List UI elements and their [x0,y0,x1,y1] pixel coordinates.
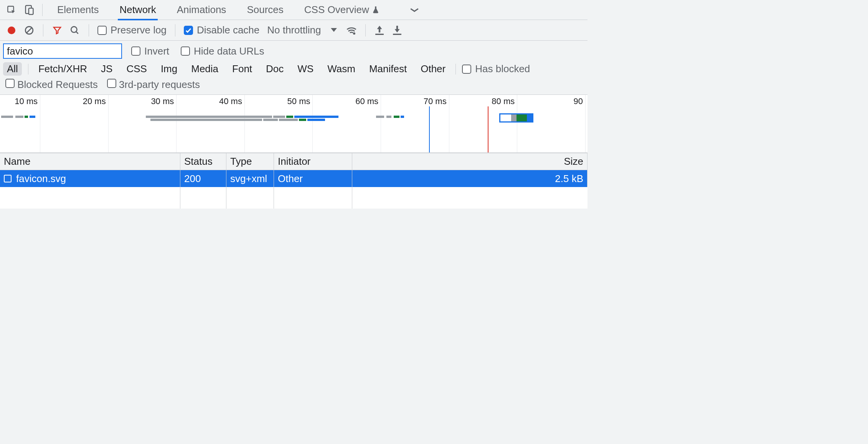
cell-size: 2.5 kB [352,170,587,187]
col-initiator-header[interactable]: Initiator [274,153,352,170]
tab-css-overview-label: CSS Overview [304,4,369,16]
timeline-tick-label: 40 ms [219,96,244,106]
inspect-element-icon[interactable] [4,2,19,18]
record-button[interactable] [4,23,19,38]
timeline-bar [25,116,28,118]
hide-data-urls-checkbox[interactable]: Hide data URLs [178,45,267,57]
filter-js[interactable]: JS [97,62,116,76]
search-icon[interactable] [67,23,83,38]
col-size-header[interactable]: Size [352,153,587,170]
tab-elements[interactable]: Elements [48,0,108,20]
main-tabs-bar: Elements Network Animations Sources CSS … [0,0,587,20]
col-status-header[interactable]: Status [180,153,226,170]
filter-font[interactable]: Font [228,62,256,76]
divider [89,24,89,36]
filter-ws[interactable]: WS [294,62,317,76]
filter-other[interactable]: Other [417,62,449,76]
dom-content-loaded-marker [429,106,430,152]
timeline-bar [294,116,338,118]
svg-point-5 [71,27,77,32]
export-har-icon[interactable] [389,23,405,38]
timeline-bar [263,119,278,121]
cell-type: svg+xml [226,170,274,187]
network-toolbar: Preserve log Disable cache No throttling [0,20,587,41]
filter-input[interactable]: ✕ [3,43,122,59]
divider [28,64,28,75]
timeline-tick-label: 50 ms [287,96,313,106]
timeline-tick-label: 90 [573,96,585,106]
svg-line-6 [76,31,78,33]
divider [42,4,43,16]
cell-status: 200 [180,170,226,187]
timeline-bar [1,116,13,118]
more-tabs-icon[interactable] [407,2,422,18]
divider [43,24,43,36]
timeline-bar [279,119,298,121]
throttling-select[interactable]: No throttling [264,24,324,36]
preserve-log-label: Preserve log [111,24,167,36]
timeline-tick-label: 20 ms [83,96,108,106]
timeline-bar [150,119,262,121]
third-party-checkbox[interactable]: 3rd-party requests [107,79,200,91]
timeline-tick-label: 30 ms [151,96,176,106]
cell-initiator: Other [274,170,352,187]
checkbox-checked-icon [184,26,193,35]
svg-point-8 [353,32,356,35]
disable-cache-checkbox[interactable]: Disable cache [182,24,262,36]
checkbox-icon [5,79,15,88]
checkbox-icon [107,79,116,88]
timeline-tick-label: 80 ms [492,96,517,106]
tab-animations[interactable]: Animations [168,0,236,20]
filter-fetch-xhr[interactable]: Fetch/XHR [35,62,91,76]
timeline-bar [273,116,285,118]
tab-sources[interactable]: Sources [238,0,292,20]
col-name-header[interactable]: Name [0,153,180,170]
load-event-marker [488,106,488,152]
blocked-requests-checkbox[interactable]: Blocked Requests [5,79,98,91]
svg-line-4 [26,27,32,33]
svg-rect-9 [376,33,384,35]
timeline-tick-label: 70 ms [424,96,449,106]
network-conditions-icon[interactable] [344,23,359,38]
timeline-overview[interactable]: 10 ms20 ms30 ms40 ms50 ms60 ms70 ms80 ms… [0,94,587,153]
tab-css-overview[interactable]: CSS Overview [295,0,389,20]
checkbox-icon [97,26,107,35]
has-blocked-checkbox[interactable]: Has blocked [462,63,530,75]
clear-button[interactable] [21,23,37,38]
throttling-dropdown-icon[interactable] [326,23,342,38]
table-empty-row [0,187,587,209]
filter-img[interactable]: Img [157,62,181,76]
blocked-requests-label: Blocked Requests [17,79,98,90]
table-row[interactable]: favicon.svg 200 svg+xml Other 2.5 kB [0,170,587,187]
divider [455,64,456,75]
cell-name: favicon.svg [0,170,180,187]
filter-doc[interactable]: Doc [262,62,287,76]
filter-css[interactable]: CSS [122,62,150,76]
tab-network[interactable]: Network [110,0,165,20]
invert-checkbox[interactable]: Invert [129,45,172,57]
timeline-bar [307,119,325,121]
timeline-bar [299,119,306,121]
import-har-icon[interactable] [372,23,387,38]
filter-all[interactable]: All [3,62,22,76]
request-type-filter-row: All Fetch/XHR JS CSS Img Media Font Doc … [0,61,587,78]
timeline-bar [401,116,404,118]
col-type-header[interactable]: Type [226,153,274,170]
overview-scrubber[interactable] [499,113,533,123]
filter-manifest[interactable]: Manifest [365,62,411,76]
divider [365,24,366,36]
filter-wasm[interactable]: Wasm [323,62,359,76]
device-toggle-icon[interactable] [21,2,37,18]
timeline-bar [286,116,293,118]
filter-row: ✕ Invert Hide data URLs [0,41,587,61]
divider [175,24,175,36]
timeline-tick-label: 60 ms [355,96,381,106]
filter-media[interactable]: Media [187,62,222,76]
svg-rect-10 [393,33,402,35]
filter-toggle-icon[interactable] [50,23,65,38]
timeline-bar [394,116,399,118]
filter-text-field[interactable] [7,45,132,57]
invert-label: Invert [144,45,169,57]
file-icon [4,175,12,182]
preserve-log-checkbox[interactable]: Preserve log [95,24,169,36]
